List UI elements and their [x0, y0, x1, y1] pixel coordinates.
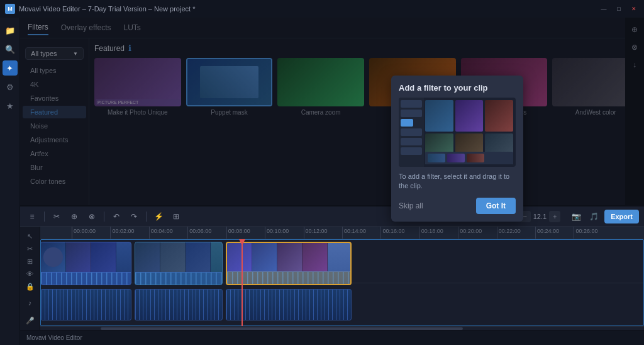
timeline-with-sidebar: ↖ ✂ ⊞ 👁 🔒 ♪ 🎤 00:00:00 00:02:00: [20, 227, 644, 330]
preview-thumb-3: [485, 100, 513, 132]
tl-remove-btn[interactable]: ⊗: [85, 210, 99, 223]
ruler-mark-8: 00:16:00: [380, 227, 419, 239]
video-clip-2[interactable]: [135, 242, 223, 285]
preview-sidebar-item-4: [401, 128, 422, 136]
tab-filters[interactable]: Filters: [28, 23, 48, 35]
ruler-mark-13: 00:26:00: [574, 227, 612, 239]
tl-sep-3: [146, 212, 147, 222]
filter-thumb-0: PICTURE PERFECT: [94, 58, 181, 106]
timeline-scrollbar[interactable]: [40, 326, 644, 330]
timeline-tracks: [40, 239, 644, 326]
clip-thumb-mini-8: [252, 243, 277, 271]
audio-waveform-1: [41, 290, 131, 320]
filter-nav: All types ▼ All types 4K Favorites Featu…: [20, 38, 89, 205]
timeline-ruler: 00:00:00 00:02:00 00:04:00 00:06:00 00:0…: [40, 227, 644, 239]
filters-content: All types ▼ All types 4K Favorites Featu…: [20, 38, 644, 205]
video-clip-3-selected[interactable]: [226, 242, 352, 285]
got-it-button[interactable]: Got It: [476, 198, 516, 214]
filter-grid: PICTURE PERFECT Make it Photo Unique: [94, 58, 639, 116]
tl-audio-btn[interactable]: 🎵: [587, 210, 601, 223]
playhead[interactable]: [242, 239, 243, 326]
filter-nav-noise[interactable]: Noise: [23, 120, 86, 132]
rt-btn-2[interactable]: ⊗: [628, 40, 641, 54]
filter-item-0[interactable]: PICTURE PERFECT Make it Photo Unique: [94, 58, 181, 116]
right-toolbar: ⊕ ⊗ ↓: [625, 18, 644, 205]
sidebar-icon-media[interactable]: 📁: [3, 23, 18, 38]
popup-description: To add a filter, select it and drag it t…: [399, 172, 516, 191]
tl-snap-btn[interactable]: ⚡: [152, 210, 165, 223]
ruler-mark-11: 00:22:00: [497, 227, 535, 239]
preview-sidebar-item-1: [401, 100, 422, 108]
sidebar-icon-settings[interactable]: ⚙: [3, 79, 18, 94]
tab-overlay-effects[interactable]: Overlay effects: [61, 23, 111, 35]
minimize-button[interactable]: —: [599, 4, 609, 14]
filter-nav-artfex[interactable]: Artfex: [23, 147, 86, 160]
clip-thumb-mini-5: [160, 242, 186, 272]
ruler-mark-6: 00:12:00: [304, 227, 342, 239]
tl-zoom-fit-btn[interactable]: ⊞: [169, 210, 183, 223]
filter-nav-featured[interactable]: Featured: [23, 106, 86, 118]
rt-btn-3[interactable]: ↓: [628, 58, 641, 72]
sidebar-icon-search[interactable]: 🔍: [3, 42, 18, 57]
clip-thumbs-3: [227, 243, 350, 271]
clip-content-2: [135, 242, 222, 285]
tl-export-btn[interactable]: Export: [604, 210, 639, 223]
filter-item-2[interactable]: Camera zoom: [277, 58, 364, 116]
clip-waveform-3: [227, 271, 350, 284]
timeline-left-icons: ↖ ✂ ⊞ 👁 🔒 ♪ 🎤: [20, 227, 40, 330]
tl-cut-btn[interactable]: ✂: [50, 210, 64, 223]
maximize-button[interactable]: □: [614, 4, 624, 14]
filters-tabs: Filters Overlay effects LUTs: [20, 18, 644, 38]
status-bar: Movavi Video Editor: [20, 330, 644, 345]
video-clip-1[interactable]: [40, 242, 131, 285]
chevron-down-icon: ▼: [73, 51, 78, 57]
preview-thumb-2: [455, 100, 484, 132]
tl-eye-icon[interactable]: 👁: [23, 269, 38, 278]
filter-nav-favorites[interactable]: Favorites: [23, 92, 86, 105]
rt-btn-1[interactable]: ⊕: [628, 23, 641, 37]
filter-nav-4k[interactable]: 4K: [23, 78, 86, 91]
pb-thumb-3: [467, 154, 484, 162]
ruler-mark-4: 00:08:00: [226, 227, 265, 239]
timeline-scrollbar-thumb[interactable]: [101, 327, 463, 330]
tab-luts[interactable]: LUTs: [123, 23, 140, 35]
skip-all-button[interactable]: Skip all: [399, 201, 423, 210]
tl-snapshot-btn[interactable]: 📷: [569, 210, 583, 223]
tl-undo-btn[interactable]: ↶: [109, 210, 123, 223]
tl-lock-icon[interactable]: 🔒: [23, 282, 38, 291]
clip-thumb-mini-9: [277, 243, 303, 271]
filter-grid-area: Featured ℹ 🔍 PICTURE PERFECT Make it Pho…: [89, 38, 644, 205]
sidebar-icon-effects[interactable]: ★: [3, 98, 18, 113]
tl-music-icon[interactable]: ♪: [23, 298, 38, 307]
video-track: [40, 239, 644, 283]
filter-nav-colortones[interactable]: Color tones: [23, 175, 86, 188]
audio-clip-3[interactable]: [226, 289, 352, 320]
info-icon[interactable]: ℹ: [128, 43, 131, 53]
tooltip-preview: [399, 98, 516, 167]
tl-redo-btn[interactable]: ↷: [127, 210, 141, 223]
filter-nav-adjustments[interactable]: Adjustments: [23, 133, 86, 146]
filter-type-dropdown[interactable]: All types ▼: [25, 47, 84, 60]
preview-sidebar: [399, 98, 424, 167]
clip-content-1: [41, 242, 131, 285]
preview-sidebar-item-2: [401, 110, 422, 117]
audio-waveform-3: [226, 290, 351, 320]
preview-thumb-1: [425, 100, 453, 132]
filter-item-1[interactable]: Puppet mask: [186, 58, 273, 116]
filter-nav-all[interactable]: All types: [23, 64, 86, 77]
tl-voiceover-icon[interactable]: 🎤: [23, 316, 38, 325]
close-button[interactable]: ✕: [629, 4, 639, 14]
audio-clip-1[interactable]: [40, 289, 131, 320]
tl-pointer-icon[interactable]: ↖: [23, 232, 38, 240]
zoom-in-btn[interactable]: +: [549, 211, 560, 222]
filter-nav-blur[interactable]: Blur: [23, 161, 86, 174]
audio-clip-2[interactable]: [135, 289, 223, 320]
window-controls: — □ ✕: [599, 4, 639, 14]
sidebar-icon-filters[interactable]: ✦: [3, 60, 18, 76]
audio-track: [40, 286, 644, 318]
tl-menu-btn[interactable]: ≡: [25, 210, 39, 223]
filter-thumb-1: [186, 58, 273, 106]
tl-razor-icon[interactable]: ✂: [23, 244, 38, 253]
tl-add-btn[interactable]: ⊕: [67, 210, 81, 223]
tl-expand-icon[interactable]: ⊞: [23, 257, 38, 266]
